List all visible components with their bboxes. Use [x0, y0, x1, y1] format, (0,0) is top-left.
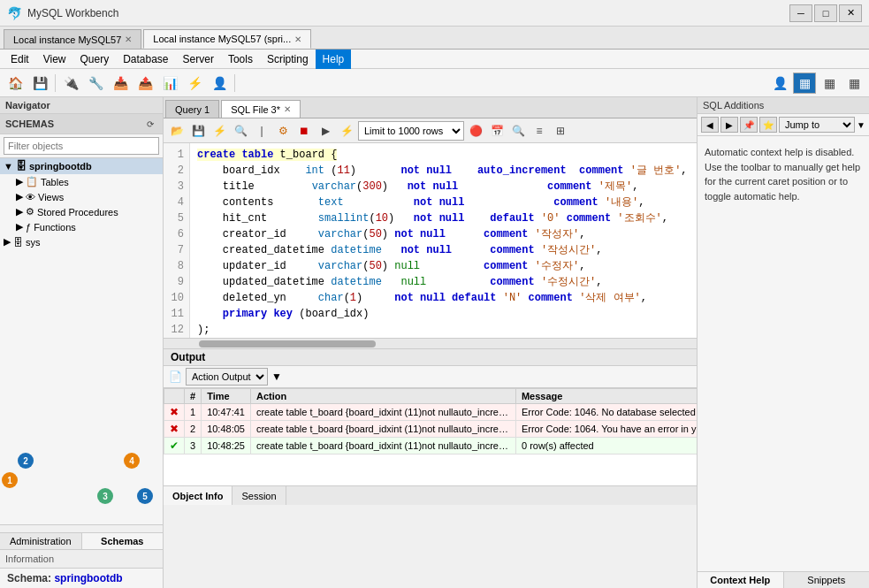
sql-nav-prev[interactable]: ◀ — [701, 117, 719, 133]
menu-database[interactable]: Database — [116, 50, 175, 69]
menu-server[interactable]: Server — [176, 50, 221, 69]
query-tab-1-label: Query 1 — [175, 104, 210, 115]
limit-rows-select[interactable]: Limit to 1000 rows — [358, 121, 464, 141]
menu-query[interactable]: Query — [72, 50, 116, 69]
instance-tab-2-label: Local instance MySQL57 (spri... — [153, 34, 291, 44]
schemas-refresh-btn[interactable]: ⟳ — [143, 117, 157, 131]
sql-tab-context-help[interactable]: Context Help — [697, 572, 784, 588]
sidebar-tab-administration[interactable]: Administration — [0, 533, 82, 549]
horizontal-scrollbar[interactable] — [164, 338, 697, 348]
ed-search[interactable]: 🔍 — [231, 121, 250, 141]
menu-tools[interactable]: Tools — [221, 50, 260, 69]
ed-stop[interactable]: ⏹ — [294, 121, 314, 141]
output-dropdown-icon[interactable]: ▼ — [271, 370, 282, 383]
ed-execute[interactable]: ⚙ — [273, 121, 293, 141]
toolbar-import[interactable]: 📥 — [109, 73, 132, 94]
code-content[interactable]: create table t_board { board_idx int (11… — [190, 143, 697, 338]
toolbar-sep-2 — [234, 74, 235, 92]
scroll-thumb[interactable] — [199, 340, 376, 347]
schema-label: Schema: — [7, 572, 51, 584]
instance-tab-2-close[interactable]: ✕ — [294, 34, 301, 44]
sidebar-tab-schemas[interactable]: Schemas — [82, 533, 164, 549]
sidebar-tabs: Administration Schemas — [0, 532, 163, 549]
code-editor[interactable]: 12345 678910 1112 create table t_board {… — [164, 143, 697, 338]
toolbar-grid3[interactable]: ▦ — [842, 73, 865, 94]
ed-execute-all[interactable]: 🔴 — [466, 121, 485, 141]
sql-additions-spacer — [697, 212, 869, 571]
instance-tab-bar: Local instance MySQL57 ✕ Local instance … — [0, 27, 869, 50]
schema-tree: ▼ 🗄 springbootdb ▶ 📋 Tables ▶ 👁 Views ▶ … — [0, 158, 163, 524]
ed-export[interactable]: ⊞ — [551, 121, 570, 141]
badge-5: 5 — [137, 488, 153, 504]
tree-stored-procedures-label: Stored Procedures — [37, 207, 118, 218]
close-button[interactable]: ✕ — [839, 4, 862, 22]
query-tab-2-close[interactable]: ✕ — [284, 104, 291, 114]
sql-nav-next[interactable]: ▶ — [720, 117, 738, 133]
toolbar-grid1[interactable]: ▦ — [793, 73, 816, 94]
toolbar-grid2[interactable]: ▦ — [818, 73, 841, 94]
query-tab-2[interactable]: SQL File 3* ✕ — [221, 100, 301, 118]
ed-calendar[interactable]: 📅 — [487, 121, 507, 141]
instance-tab-1-close[interactable]: ✕ — [125, 34, 132, 44]
menu-scripting[interactable]: Scripting — [260, 50, 316, 69]
bottom-tab-session[interactable]: Session — [232, 486, 286, 505]
sql-additions-panel: SQL Additions ◀ ▶ 📌 ⭐ Jump to ▼ Automati… — [697, 97, 869, 588]
ed-open[interactable]: 📂 — [167, 121, 187, 141]
ed-columns[interactable]: ≡ — [530, 121, 549, 141]
sql-tab-snippets[interactable]: Snippets — [784, 572, 870, 588]
menu-bar: Edit View Query Database Server Tools Sc… — [0, 50, 869, 69]
jump-to-dropdown[interactable]: ▼ — [857, 120, 865, 130]
output-table: # Time Action Message Duration / Fetch ✖… — [164, 388, 697, 454]
row1-status: ✖ — [164, 404, 185, 421]
tree-functions[interactable]: ▶ ƒ Functions — [12, 219, 163, 234]
tree-views[interactable]: ▶ 👁 Views — [12, 189, 163, 204]
menu-help[interactable]: Help — [316, 50, 352, 69]
filter-objects-input[interactable] — [4, 137, 159, 155]
schema-item-sys[interactable]: ▶ 🗄 sys — [0, 234, 163, 249]
toolbar-new-connection[interactable]: 🔌 — [59, 73, 82, 94]
row1-time: 10:47:41 — [202, 404, 251, 421]
menu-edit[interactable]: Edit — [4, 50, 36, 69]
col-time: Time — [202, 389, 251, 404]
output-toolbar-icon: 📄 — [169, 370, 182, 383]
maximize-button[interactable]: □ — [814, 4, 837, 22]
sql-nav-star[interactable]: ⭐ — [759, 117, 777, 133]
jump-to-select[interactable]: Jump to — [779, 117, 855, 133]
query-tab-1[interactable]: Query 1 — [165, 100, 219, 118]
ed-separator[interactable]: | — [252, 121, 271, 141]
toolbar-users[interactable]: 👤 — [208, 73, 231, 94]
sql-additions-title: SQL Additions — [703, 100, 764, 111]
toolbar-profile[interactable]: 👤 — [768, 73, 791, 94]
toolbar-manage[interactable]: 🔧 — [84, 73, 107, 94]
sql-help-text: Automatic context help is disabled. Use … — [697, 136, 869, 212]
badge-1: 1 — [2, 472, 18, 488]
ed-connect[interactable]: ⚡ — [210, 121, 229, 141]
action-output-select[interactable]: Action Output — [186, 368, 268, 386]
minimize-button[interactable]: ─ — [789, 4, 812, 22]
output-scroll[interactable]: # Time Action Message Duration / Fetch ✖… — [164, 388, 697, 485]
instance-tab-1[interactable]: Local instance MySQL57 ✕ — [4, 29, 141, 49]
line-numbers: 12345 678910 1112 — [164, 143, 190, 338]
toolbar-migration[interactable]: ⚡ — [183, 73, 206, 94]
window-controls: ─ □ ✕ — [789, 4, 862, 22]
toolbar-performance[interactable]: 📊 — [158, 73, 181, 94]
sql-nav-pin[interactable]: 📌 — [740, 117, 758, 133]
ed-save[interactable]: 💾 — [188, 121, 208, 141]
menu-view[interactable]: View — [36, 50, 73, 69]
toolbar-export[interactable]: 📤 — [133, 73, 156, 94]
ed-execute-selected[interactable]: ⚡ — [337, 121, 356, 141]
tree-tables[interactable]: ▶ 📋 Tables — [12, 174, 163, 189]
toolbar-home[interactable]: 🏠 — [4, 73, 27, 94]
ed-execute-current[interactable]: ▶ — [316, 121, 335, 141]
error-icon-1: ✖ — [170, 406, 179, 418]
tree-stored-procedures[interactable]: ▶ ⚙ Stored Procedures — [12, 204, 163, 219]
toolbar-save[interactable]: 💾 — [28, 73, 51, 94]
main-container: Navigator SCHEMAS ⟳ ▼ 🗄 springbootdb ▶ 📋… — [0, 97, 869, 588]
navigator-header: Navigator — [0, 97, 163, 114]
instance-tab-2[interactable]: Local instance MySQL57 (spri... ✕ — [143, 29, 311, 49]
bottom-tab-object-info[interactable]: Object Info — [164, 486, 232, 505]
col-status — [164, 389, 185, 404]
row3-time: 10:48:25 — [202, 438, 251, 454]
schema-item-springbootdb[interactable]: ▼ 🗄 springbootdb — [0, 158, 163, 174]
ed-zoom[interactable]: 🔍 — [508, 121, 528, 141]
